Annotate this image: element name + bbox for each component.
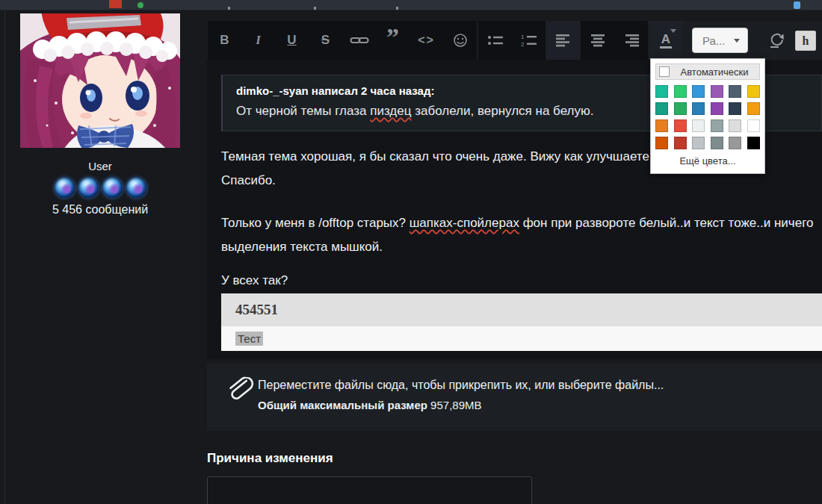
color-swatch[interactable] xyxy=(692,137,705,149)
attachment-instruction[interactable]: Переместите файлы сюда, чтобы прикрепить… xyxy=(258,379,664,392)
color-swatch[interactable] xyxy=(655,85,668,98)
color-swatch[interactable] xyxy=(729,85,741,98)
emoji-icon xyxy=(453,33,468,48)
underline-button[interactable]: U xyxy=(275,21,309,60)
post-text: Только у меня в /offtop старых? xyxy=(221,216,410,230)
html-source-button[interactable]: h xyxy=(795,31,816,51)
strikethrough-label: S xyxy=(321,33,330,48)
color-swatch[interactable] xyxy=(711,137,723,149)
emoji-button[interactable] xyxy=(443,21,477,60)
forum-post-edit-page: User 5 456 сообщений B I U S ” <> xyxy=(0,0,822,504)
edit-reason-label: Причина изменения xyxy=(207,451,333,466)
italic-label: I xyxy=(256,33,261,48)
post-count: 5 456 сообщений xyxy=(20,203,180,217)
edit-reason-input[interactable] xyxy=(207,476,532,504)
toolbar-group-basic: B I U S xyxy=(208,21,342,60)
color-swatch[interactable] xyxy=(711,119,723,132)
quote-icon: ” xyxy=(386,34,399,47)
color-swatch[interactable] xyxy=(674,119,687,132)
bullet-list-icon xyxy=(487,34,504,46)
post-text-line[interactable]: выделения текста мышкой. xyxy=(221,240,383,255)
color-swatch[interactable] xyxy=(655,119,668,132)
post-text-line[interactable]: У всех так? xyxy=(221,273,288,288)
spoiler-header[interactable]: 454551 xyxy=(221,293,822,326)
user-avatar[interactable] xyxy=(20,13,180,148)
color-swatch[interactable] xyxy=(674,137,687,149)
align-left-button[interactable] xyxy=(546,21,580,60)
editor-toolbar: B I U S ” <> 12 xyxy=(207,21,822,60)
font-size-label: Ра... xyxy=(693,34,734,47)
color-swatch[interactable] xyxy=(747,102,760,115)
font-color-button[interactable]: A xyxy=(649,21,682,60)
color-swatch[interactable] xyxy=(655,137,668,149)
svg-text:1: 1 xyxy=(521,34,525,40)
author-name[interactable]: User xyxy=(20,160,180,172)
font-size-dropdown[interactable]: Ра... xyxy=(692,28,748,53)
color-picker-dropdown: Автоматически Ещё цвета... xyxy=(650,58,765,174)
color-swatch[interactable] xyxy=(729,119,741,132)
quote-text: От черной темы глаза xyxy=(236,104,370,118)
numbered-list-icon: 12 xyxy=(521,34,537,47)
attachment-text: Переместите файлы сюда, чтобы прикрепить… xyxy=(258,379,664,411)
bold-button[interactable]: B xyxy=(208,21,241,60)
color-swatch[interactable] xyxy=(747,119,760,132)
bold-label: B xyxy=(220,33,229,48)
avatar-anime-image xyxy=(20,13,180,148)
color-swatch[interactable] xyxy=(747,137,760,149)
badge-row xyxy=(20,178,180,198)
toolbar-group-insert: ” <> xyxy=(342,21,477,60)
automatic-color-label: Автоматически xyxy=(670,66,759,78)
quote-button[interactable]: ” xyxy=(376,21,410,60)
align-center-icon xyxy=(590,34,605,47)
color-swatch[interactable] xyxy=(692,85,705,98)
color-swatch[interactable] xyxy=(747,85,760,98)
font-color-label: A xyxy=(660,33,672,49)
color-swatch[interactable] xyxy=(692,102,705,115)
align-left-icon xyxy=(556,34,571,47)
post-text-line[interactable]: Спасибо. xyxy=(221,173,276,188)
more-colors-option[interactable]: Ещё цвета... xyxy=(655,149,760,169)
align-right-button[interactable] xyxy=(614,21,648,60)
max-size-value: 957,89МВ xyxy=(430,399,481,411)
color-swatch[interactable] xyxy=(674,85,687,98)
chevron-down-icon xyxy=(670,29,676,33)
code-button[interactable]: <> xyxy=(410,21,443,60)
post-text-line[interactable]: Только у меня в /offtop старых? шапках-с… xyxy=(221,216,813,231)
post-text-line[interactable]: Темная тема хорошая, я бы сказал что оче… xyxy=(221,149,649,164)
toolbar-group-lists: 12 xyxy=(478,21,546,60)
strikethrough-button[interactable]: S xyxy=(309,21,342,60)
quote-text: заболели, вернулся на белую. xyxy=(411,104,593,118)
badge-orb-icon xyxy=(102,178,123,198)
link-button[interactable] xyxy=(342,21,376,60)
badge-orb-icon xyxy=(78,178,99,198)
panel-divider xyxy=(4,10,5,504)
quote-misspelled-word: пиздец xyxy=(370,104,411,118)
align-right-icon xyxy=(624,34,639,47)
html-source-label: h xyxy=(803,34,809,48)
color-swatch[interactable] xyxy=(729,102,741,115)
browser-icon-remnant xyxy=(794,1,800,9)
color-swatch[interactable] xyxy=(655,102,668,115)
browser-chrome-strip xyxy=(0,0,822,10)
code-icon: <> xyxy=(418,34,435,47)
color-swatch[interactable] xyxy=(729,137,741,149)
numbered-list-button[interactable]: 12 xyxy=(512,21,546,60)
automatic-color-option[interactable]: Автоматически xyxy=(655,63,760,80)
remove-format-button[interactable] xyxy=(761,21,792,60)
color-swatch-grid xyxy=(655,85,760,149)
browser-text-remnant xyxy=(228,7,230,10)
toolbar-group-align xyxy=(581,21,648,60)
attachment-dropzone[interactable]: Переместите файлы сюда, чтобы прикрепить… xyxy=(207,364,822,431)
italic-button[interactable]: I xyxy=(241,21,275,60)
max-size-label: Общий максимальный размер xyxy=(258,399,427,411)
post-text: фон при развороте белый..и текст тоже..и… xyxy=(519,216,814,230)
color-swatch[interactable] xyxy=(711,102,723,115)
spoiler-body[interactable]: Тест xyxy=(221,326,822,351)
color-swatch[interactable] xyxy=(711,85,723,98)
bullet-list-button[interactable] xyxy=(478,21,512,60)
color-swatch[interactable] xyxy=(674,102,687,115)
attachment-limit: Общий максимальный размер 957,89МВ xyxy=(258,399,664,411)
align-center-button[interactable] xyxy=(581,21,614,60)
link-icon xyxy=(350,34,369,46)
color-swatch[interactable] xyxy=(692,119,705,132)
